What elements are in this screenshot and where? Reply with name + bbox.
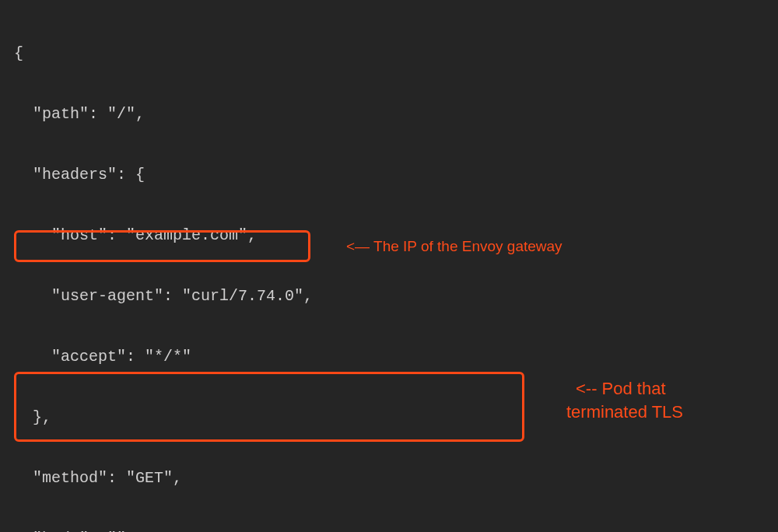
json-line: "user-agent": "curl/7.74.0",: [14, 286, 764, 306]
annotation-ip: <— The IP of the Envoy gateway: [346, 236, 562, 257]
json-line: "body": "",: [14, 529, 764, 532]
annotation-os-line2: terminated TLS: [566, 402, 683, 422]
annotation-os-line1: <-- Pod that: [576, 379, 666, 399]
json-line: {: [14, 44, 764, 64]
json-line: "accept": "*/*": [14, 347, 764, 367]
json-line: "headers": {: [14, 165, 764, 185]
json-line: "method": "GET",: [14, 468, 764, 488]
json-line: "path": "/",: [14, 104, 764, 124]
terminal-output: { "path": "/", "headers": { "host": "exa…: [0, 0, 778, 532]
